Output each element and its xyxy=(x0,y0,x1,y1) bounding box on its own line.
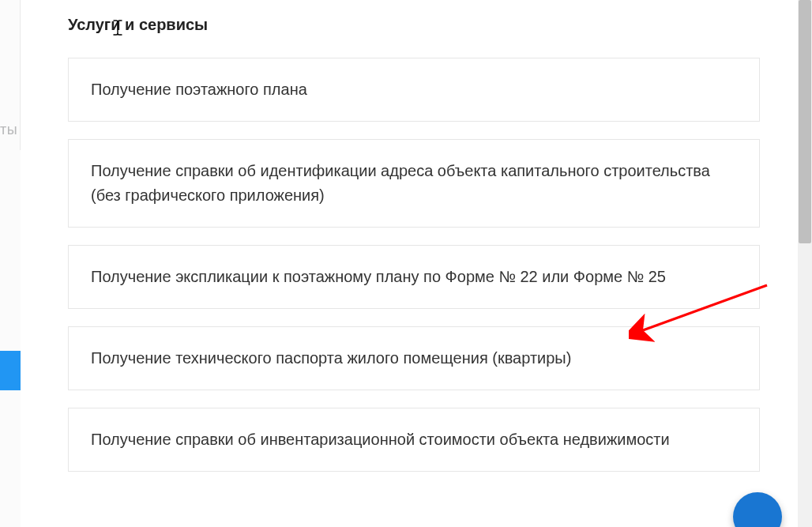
service-item-tech-passport[interactable]: Получение технического паспорта жилого п… xyxy=(68,326,760,390)
service-label: Получение технического паспорта жилого п… xyxy=(91,349,571,367)
main-content: Услуги и сервисы Получение поэтажного пл… xyxy=(21,0,812,527)
scrollbar-track[interactable] xyxy=(798,0,812,527)
service-list: Получение поэтажного плана Получение спр… xyxy=(68,58,760,472)
section-title: Услуги и сервисы xyxy=(68,16,812,34)
service-item-inventory-value[interactable]: Получение справки об инвентаризационной … xyxy=(68,408,760,472)
service-item-address-id[interactable]: Получение справки об идентификации адрес… xyxy=(68,139,760,228)
sidebar-partial-text: ты xyxy=(0,122,17,138)
service-label: Получение справки об идентификации адрес… xyxy=(91,162,710,204)
sidebar-active-indicator[interactable] xyxy=(0,351,21,390)
scrollbar-thumb[interactable] xyxy=(799,0,811,243)
service-label: Получение справки об инвентаризационной … xyxy=(91,431,670,448)
service-item-floor-plan[interactable]: Получение поэтажного плана xyxy=(68,58,760,122)
service-item-explikation[interactable]: Получение экспликации к поэтажному плану… xyxy=(68,245,760,309)
service-label: Получение экспликации к поэтажному плану… xyxy=(91,268,666,285)
service-label: Получение поэтажного плана xyxy=(91,81,307,98)
left-sidebar: ты xyxy=(0,0,21,527)
